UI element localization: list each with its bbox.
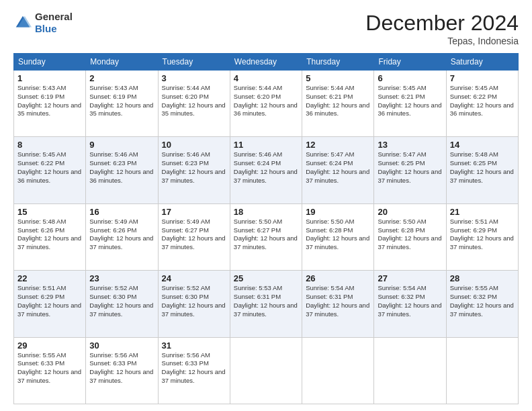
sunset-text: Sunset: 6:26 PM xyxy=(89,226,136,234)
day-number: 31 xyxy=(162,340,226,351)
day-number: 11 xyxy=(234,140,298,150)
calendar-cell: 5 Sunrise: 5:44 AM Sunset: 6:21 PM Dayli… xyxy=(302,71,374,137)
day-number: 20 xyxy=(378,207,442,217)
sunrise-text: Sunrise: 5:50 AM xyxy=(306,218,354,225)
calendar-cell: 12 Sunrise: 5:47 AM Sunset: 6:24 PM Dayl… xyxy=(302,137,374,203)
sunset-text: Sunset: 6:28 PM xyxy=(306,226,353,234)
day-number: 1 xyxy=(17,73,82,83)
calendar-cell: 13 Sunrise: 5:47 AM Sunset: 6:25 PM Dayl… xyxy=(374,137,446,203)
day-detail: Sunrise: 5:54 AM Sunset: 6:32 PM Dayligh… xyxy=(378,284,442,318)
sunset-text: Sunset: 6:27 PM xyxy=(234,226,281,234)
day-number: 12 xyxy=(306,140,370,150)
calendar-cell xyxy=(374,337,446,404)
sunrise-text: Sunrise: 5:55 AM xyxy=(17,351,66,359)
day-detail: Sunrise: 5:49 AM Sunset: 6:26 PM Dayligh… xyxy=(89,218,154,252)
daylight-text: Daylight: 12 hours and 36 minutes. xyxy=(306,101,369,118)
calendar-cell: 17 Sunrise: 5:49 AM Sunset: 6:27 PM Dayl… xyxy=(158,203,230,270)
sunset-text: Sunset: 6:29 PM xyxy=(17,293,64,300)
day-of-week-header: Tuesday xyxy=(158,54,230,71)
calendar-cell: 28 Sunrise: 5:55 AM Sunset: 6:32 PM Dayl… xyxy=(446,271,518,337)
day-detail: Sunrise: 5:43 AM Sunset: 6:19 PM Dayligh… xyxy=(89,84,154,118)
sunset-text: Sunset: 6:32 PM xyxy=(378,293,425,300)
day-number: 15 xyxy=(17,207,82,217)
day-detail: Sunrise: 5:52 AM Sunset: 6:30 PM Dayligh… xyxy=(162,284,226,318)
day-detail: Sunrise: 5:45 AM Sunset: 6:22 PM Dayligh… xyxy=(450,84,515,118)
sunrise-text: Sunrise: 5:51 AM xyxy=(17,284,66,291)
calendar-cell: 9 Sunrise: 5:46 AM Sunset: 6:23 PM Dayli… xyxy=(86,137,158,203)
day-detail: Sunrise: 5:48 AM Sunset: 6:25 PM Dayligh… xyxy=(450,150,515,185)
sunrise-text: Sunrise: 5:50 AM xyxy=(378,218,426,225)
day-detail: Sunrise: 5:43 AM Sunset: 6:19 PM Dayligh… xyxy=(17,84,82,118)
calendar-cell: 15 Sunrise: 5:48 AM Sunset: 6:26 PM Dayl… xyxy=(14,203,86,270)
daylight-text: Daylight: 12 hours and 35 minutes. xyxy=(17,101,81,118)
day-of-week-header: Friday xyxy=(374,54,446,71)
day-detail: Sunrise: 5:47 AM Sunset: 6:25 PM Dayligh… xyxy=(378,150,442,185)
daylight-text: Daylight: 12 hours and 37 minutes. xyxy=(234,234,298,250)
sunset-text: Sunset: 6:28 PM xyxy=(378,226,425,234)
day-detail: Sunrise: 5:46 AM Sunset: 6:23 PM Dayligh… xyxy=(89,150,154,185)
sunset-text: Sunset: 6:27 PM xyxy=(162,226,209,234)
day-detail: Sunrise: 5:48 AM Sunset: 6:26 PM Dayligh… xyxy=(17,218,82,252)
calendar-cell: 19 Sunrise: 5:50 AM Sunset: 6:28 PM Dayl… xyxy=(302,203,374,270)
daylight-text: Daylight: 12 hours and 37 minutes. xyxy=(450,168,514,184)
daylight-text: Daylight: 12 hours and 37 minutes. xyxy=(162,302,226,318)
daylight-text: Daylight: 12 hours and 37 minutes. xyxy=(17,302,81,318)
day-detail: Sunrise: 5:54 AM Sunset: 6:31 PM Dayligh… xyxy=(306,284,370,318)
daylight-text: Daylight: 12 hours and 37 minutes. xyxy=(162,168,226,184)
sunrise-text: Sunrise: 5:45 AM xyxy=(378,84,426,91)
calendar-cell xyxy=(302,337,374,404)
day-number: 23 xyxy=(89,273,154,283)
sunrise-text: Sunrise: 5:54 AM xyxy=(306,284,354,291)
sunrise-text: Sunrise: 5:44 AM xyxy=(162,84,210,91)
calendar-cell: 22 Sunrise: 5:51 AM Sunset: 6:29 PM Dayl… xyxy=(14,271,86,337)
daylight-text: Daylight: 12 hours and 37 minutes. xyxy=(378,302,441,318)
logo-text: General Blue xyxy=(35,11,73,35)
day-number: 5 xyxy=(306,73,370,83)
location: Tepas, Indonesia xyxy=(365,36,519,46)
calendar-week-row: 8 Sunrise: 5:45 AM Sunset: 6:22 PM Dayli… xyxy=(14,137,519,203)
sunrise-text: Sunrise: 5:48 AM xyxy=(17,218,66,225)
sunrise-text: Sunrise: 5:52 AM xyxy=(89,284,138,291)
calendar-cell: 1 Sunrise: 5:43 AM Sunset: 6:19 PM Dayli… xyxy=(14,71,86,137)
sunrise-text: Sunrise: 5:55 AM xyxy=(450,284,498,291)
sunrise-text: Sunrise: 5:52 AM xyxy=(162,284,210,291)
sunset-text: Sunset: 6:25 PM xyxy=(378,159,425,167)
calendar-table: SundayMondayTuesdayWednesdayThursdayFrid… xyxy=(13,53,519,404)
day-number: 2 xyxy=(89,73,154,83)
daylight-text: Daylight: 12 hours and 36 minutes. xyxy=(378,101,441,118)
day-detail: Sunrise: 5:45 AM Sunset: 6:21 PM Dayligh… xyxy=(378,84,442,118)
calendar-week-row: 29 Sunrise: 5:55 AM Sunset: 6:33 PM Dayl… xyxy=(14,337,519,404)
sunset-text: Sunset: 6:24 PM xyxy=(306,159,353,167)
day-number: 3 xyxy=(162,73,226,83)
calendar-cell xyxy=(446,337,518,404)
day-detail: Sunrise: 5:47 AM Sunset: 6:24 PM Dayligh… xyxy=(306,150,370,185)
day-detail: Sunrise: 5:46 AM Sunset: 6:23 PM Dayligh… xyxy=(162,150,226,185)
sunrise-text: Sunrise: 5:45 AM xyxy=(450,84,498,91)
day-number: 25 xyxy=(234,273,298,283)
sunrise-text: Sunrise: 5:46 AM xyxy=(162,150,210,158)
sunset-text: Sunset: 6:23 PM xyxy=(89,159,136,167)
calendar-cell: 21 Sunrise: 5:51 AM Sunset: 6:29 PM Dayl… xyxy=(446,203,518,270)
day-detail: Sunrise: 5:44 AM Sunset: 6:20 PM Dayligh… xyxy=(162,84,226,118)
day-of-week-header: Saturday xyxy=(446,54,518,71)
day-detail: Sunrise: 5:55 AM Sunset: 6:32 PM Dayligh… xyxy=(450,284,515,318)
day-detail: Sunrise: 5:55 AM Sunset: 6:33 PM Dayligh… xyxy=(17,351,82,385)
sunrise-text: Sunrise: 5:47 AM xyxy=(306,150,354,158)
sunset-text: Sunset: 6:32 PM xyxy=(450,293,497,300)
calendar-cell: 8 Sunrise: 5:45 AM Sunset: 6:22 PM Dayli… xyxy=(14,137,86,203)
day-number: 16 xyxy=(89,207,154,217)
page: General Blue December 2024 Tepas, Indone… xyxy=(0,0,532,411)
header: General Blue December 2024 Tepas, Indone… xyxy=(13,11,519,46)
sunset-text: Sunset: 6:31 PM xyxy=(234,293,281,300)
day-number: 19 xyxy=(306,207,370,217)
daylight-text: Daylight: 12 hours and 35 minutes. xyxy=(89,101,153,118)
sunset-text: Sunset: 6:33 PM xyxy=(17,359,64,367)
sunrise-text: Sunrise: 5:56 AM xyxy=(162,351,210,359)
day-number: 26 xyxy=(306,273,370,283)
calendar-cell: 16 Sunrise: 5:49 AM Sunset: 6:26 PM Dayl… xyxy=(86,203,158,270)
calendar-cell: 4 Sunrise: 5:44 AM Sunset: 6:20 PM Dayli… xyxy=(230,71,302,137)
sunset-text: Sunset: 6:33 PM xyxy=(162,359,209,367)
sunset-text: Sunset: 6:23 PM xyxy=(162,159,209,167)
day-number: 13 xyxy=(378,140,442,150)
calendar-cell xyxy=(230,337,302,404)
